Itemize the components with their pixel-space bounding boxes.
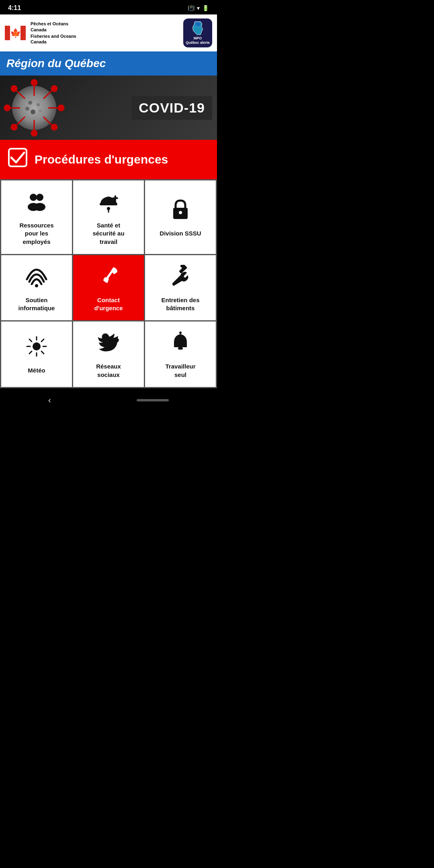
status-bar: 4:11 📳 ▾ 🔋	[0, 0, 217, 14]
phone-icon	[97, 265, 120, 291]
bottom-nav: ‹	[0, 388, 217, 412]
svg-line-41	[105, 270, 113, 281]
svg-point-23	[28, 101, 32, 105]
svg-point-17	[11, 125, 17, 130]
svg-point-15	[31, 131, 37, 136]
grid-label-travailleur: Travailleurseul	[165, 362, 195, 379]
svg-text:🍁: 🍁	[10, 28, 21, 39]
covid-text-box: COVID-19	[131, 96, 212, 120]
grid-item-travailleur[interactable]: Travailleurseul	[145, 321, 216, 387]
header-fr-label: Pêches et OcéansCanada	[31, 21, 178, 33]
svg-point-26	[39, 109, 42, 113]
covid-virus-icon	[0, 77, 72, 139]
canada-flag-icon: 🍁	[5, 26, 26, 40]
svg-line-50	[41, 351, 44, 354]
emergency-check-icon	[8, 148, 27, 171]
header-text-block: Pêches et OcéansCanada Fisheries and Oce…	[31, 21, 178, 45]
grid-label-division: Division SSSU	[160, 229, 201, 237]
tools-icon	[169, 265, 192, 291]
grid-item-soutien[interactable]: Soutieninformatique	[1, 255, 72, 321]
svg-point-39	[179, 211, 182, 214]
vibrate-icon: 📳	[188, 5, 194, 11]
covid-banner: COVID-19	[0, 76, 217, 140]
grid-label-entretien: Entretien desbâtiments	[161, 296, 199, 313]
header: 🍁 Pêches et OcéansCanada Fisheries and O…	[0, 14, 217, 51]
mpo-logo[interactable]: MPOQuébec alerte	[183, 18, 212, 47]
svg-rect-33	[100, 203, 117, 205]
svg-line-51	[41, 339, 44, 342]
svg-point-21	[11, 86, 17, 92]
svg-point-27	[25, 107, 29, 111]
grid-item-sante[interactable]: Santé etsécurité autravail	[73, 180, 144, 254]
emergency-button[interactable]: Procédures d'urgences	[0, 140, 217, 179]
svg-point-34	[107, 207, 110, 210]
twitter-icon	[97, 331, 120, 357]
svg-point-54	[179, 332, 182, 334]
svg-rect-37	[115, 195, 116, 201]
header-en-label: Fisheries and OceansCanada	[31, 33, 178, 45]
bell-icon	[169, 331, 192, 357]
svg-point-24	[37, 103, 40, 106]
grid-label-soutien: Soutieninformatique	[18, 296, 55, 313]
hardhat-icon	[97, 190, 120, 216]
grid-item-division[interactable]: Division SSSU	[145, 180, 216, 254]
grid-item-entretien[interactable]: Entretien desbâtiments	[145, 255, 216, 321]
grid-item-ressources[interactable]: Ressourcespour lesemployés	[1, 180, 72, 254]
status-time: 4:11	[8, 4, 21, 12]
grid-label-sante: Santé etsécurité autravail	[92, 221, 124, 246]
svg-point-32	[34, 203, 45, 211]
grid-item-reseaux[interactable]: Réseauxsociaux	[73, 321, 144, 387]
grid-container: Ressourcespour lesemployés Santé etsécur…	[0, 179, 217, 388]
grid-item-meteo[interactable]: Météo	[1, 321, 72, 387]
mpo-map-icon	[190, 21, 205, 35]
lock-icon	[169, 198, 192, 224]
people-icon	[25, 190, 48, 216]
emergency-label: Procédures d'urgences	[35, 153, 168, 166]
grid-item-contact[interactable]: Contactd'urgence	[73, 255, 144, 321]
svg-point-29	[30, 194, 37, 201]
svg-rect-53	[178, 347, 183, 350]
grid-label-meteo: Météo	[28, 366, 45, 375]
covid-text: COVID-19	[139, 100, 205, 115]
svg-point-40	[35, 284, 38, 287]
wifi-signal-icon	[25, 265, 48, 291]
svg-point-13	[51, 125, 57, 130]
back-button[interactable]: ‹	[48, 395, 51, 405]
home-indicator[interactable]	[137, 399, 169, 401]
svg-point-25	[31, 110, 35, 115]
svg-point-7	[31, 80, 37, 86]
svg-point-44	[33, 342, 41, 350]
svg-point-19	[4, 105, 10, 111]
svg-line-52	[29, 351, 32, 354]
svg-rect-2	[20, 26, 26, 40]
svg-point-30	[36, 194, 43, 201]
region-title: Région du Québec	[6, 57, 106, 70]
grid-label-reseaux: Réseauxsociaux	[96, 362, 121, 379]
svg-line-49	[29, 339, 32, 342]
svg-rect-1	[5, 26, 10, 40]
svg-point-11	[58, 105, 64, 111]
mpo-label: MPOQuébec alerte	[186, 36, 210, 45]
grid-label-ressources: Ressourcespour lesemployés	[19, 221, 53, 246]
status-icons: 📳 ▾ 🔋	[188, 5, 209, 11]
region-banner: Région du Québec	[0, 51, 217, 76]
svg-point-9	[51, 86, 57, 92]
sun-icon	[25, 335, 48, 361]
wifi-icon: ▾	[197, 5, 200, 11]
grid-label-contact: Contactd'urgence	[94, 296, 123, 313]
battery-icon: 🔋	[202, 5, 209, 11]
